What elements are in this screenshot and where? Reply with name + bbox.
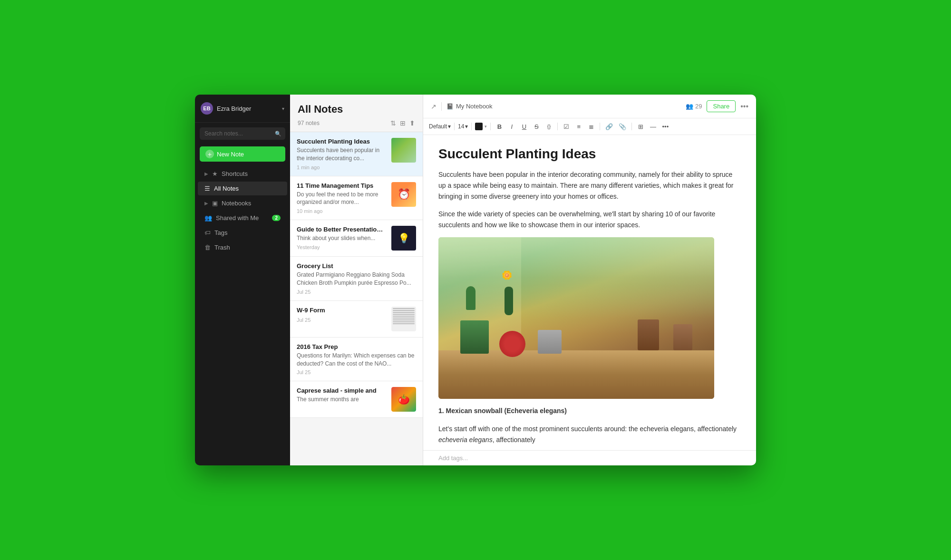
item1-title: 1. Mexican snowball (Echeveria elegans) xyxy=(438,406,741,416)
note-thumbnail: 🍅 xyxy=(391,387,416,412)
fmt-separator xyxy=(557,123,558,130)
note-text-content: W-9 Form Jul 25 xyxy=(297,307,387,323)
search-icon: 🔍 xyxy=(275,131,281,137)
note-text-content: Succulent Planting Ideas Succulents have… xyxy=(297,138,387,170)
note-preview: Do you feel the need to be more organize… xyxy=(297,191,387,207)
arrow-diagonal-icon[interactable]: ↗ xyxy=(431,103,437,110)
attachment-button[interactable]: 📎 xyxy=(617,121,628,132)
note-item-tax[interactable]: 2016 Tax Prep Questions for Marilyn: Whi… xyxy=(290,338,423,382)
note-text-content: 2016 Tax Prep Questions for Marilyn: Whi… xyxy=(297,343,416,376)
note-preview: The summer months are xyxy=(297,396,387,404)
sidebar-item-all-notes[interactable]: ☰ All Notes xyxy=(198,182,287,195)
note-time: 1 min ago xyxy=(297,164,387,170)
unordered-list-button[interactable]: ≡ xyxy=(573,121,584,132)
note-thumbnail: 💡 xyxy=(391,226,416,251)
note-item-succulent[interactable]: Succulent Planting Ideas Succulents have… xyxy=(290,132,423,176)
font-size-label: 14 xyxy=(458,123,464,130)
sidebar-item-shared[interactable]: 👥 Shared with Me 2 xyxy=(198,211,287,225)
note-item-w9[interactable]: W-9 Form Jul 25 xyxy=(290,301,423,338)
app-container: EB Ezra Bridger ▾ 🔍 ＋ New Note ▶ ★ Short… xyxy=(195,95,756,465)
notes-scroll: Succulent Planting Ideas Succulents have… xyxy=(290,132,423,465)
text-color-button[interactable] xyxy=(475,123,483,130)
ordered-list-button[interactable]: ≣ xyxy=(586,121,596,132)
toolbar-left: ↗ 📓 My Notebook xyxy=(431,102,493,111)
note-list-actions: ⇅ ⊞ ⬆ xyxy=(390,119,415,127)
note-title: Guide to Better Presentations for your B… xyxy=(297,226,387,233)
new-note-button[interactable]: ＋ New Note xyxy=(200,146,285,162)
search-input[interactable] xyxy=(200,127,285,140)
collab-icon: 👥 xyxy=(686,103,693,110)
note-list-meta: 97 notes ⇅ ⊞ ⬆ xyxy=(298,119,415,127)
fmt-separator xyxy=(600,123,600,130)
editor-content[interactable]: Succulent Planting Ideas Succulents have… xyxy=(423,135,756,450)
body-paragraph-2: Since the wide variety of species can be… xyxy=(438,209,741,231)
note-text-content: Grocery List Grated Parmigiano Reggiano … xyxy=(297,262,416,295)
note-thumbnail: ⏰ xyxy=(391,182,416,207)
note-text-content: Guide to Better Presentations for your B… xyxy=(297,226,387,250)
note-title: Grocery List xyxy=(297,262,416,270)
sort-icon[interactable]: ⇅ xyxy=(390,119,396,127)
item1-body: Let's start off with one of the most pro… xyxy=(438,424,741,445)
sidebar-header[interactable]: EB Ezra Bridger ▾ xyxy=(195,95,290,123)
arrow-icon: ▶ xyxy=(204,201,208,206)
note-item-time-mgmt[interactable]: 11 Time Management Tips Do you feel the … xyxy=(290,176,423,221)
link-button[interactable]: 🔗 xyxy=(603,121,615,132)
notebook-reference[interactable]: 📓 My Notebook xyxy=(446,103,493,110)
plus-circle-icon: ＋ xyxy=(205,150,214,158)
hr-button[interactable]: — xyxy=(648,121,658,132)
chevron-down-icon: ▾ xyxy=(465,123,468,130)
sidebar-item-label: Tags xyxy=(214,229,227,236)
more-format-button[interactable]: ••• xyxy=(660,121,670,132)
grid-icon[interactable]: ⊞ xyxy=(400,119,406,127)
trash-icon: 🗑 xyxy=(204,244,211,251)
note-preview: Questions for Marilyn: Which expenses ca… xyxy=(297,352,416,368)
sidebar-item-label: Notebooks xyxy=(222,200,251,207)
font-family-select[interactable]: Default ▾ xyxy=(429,123,451,130)
note-list-title: All Notes xyxy=(298,103,415,116)
note-item-presentations[interactable]: Guide to Better Presentations for your B… xyxy=(290,220,423,257)
note-title: W-9 Form xyxy=(297,307,387,314)
color-chevron-icon: ▾ xyxy=(485,124,487,129)
sidebar-item-trash[interactable]: 🗑 Trash xyxy=(198,241,287,254)
tags-icon: 🏷 xyxy=(204,229,211,236)
chevron-down-icon: ▾ xyxy=(448,123,451,130)
sidebar-item-tags[interactable]: 🏷 Tags xyxy=(198,226,287,240)
sidebar-item-notebooks[interactable]: ▶ ▣ Notebooks xyxy=(198,196,287,210)
note-list-header: All Notes 97 notes ⇅ ⊞ ⬆ xyxy=(290,95,423,132)
caprese-thumbnail: 🍅 xyxy=(391,387,416,412)
note-preview: Think about your slides when... xyxy=(297,234,387,242)
arrow-icon: ▶ xyxy=(204,171,208,176)
table-button[interactable]: ⊞ xyxy=(635,121,646,132)
note-time: Jul 25 xyxy=(297,317,387,323)
more-options-button[interactable]: ••• xyxy=(740,102,748,111)
all-notes-icon: ☰ xyxy=(204,185,210,192)
notebooks-icon: ▣ xyxy=(212,200,218,207)
font-size-select[interactable]: 14 ▾ xyxy=(458,123,468,130)
upload-icon[interactable]: ⬆ xyxy=(409,119,415,127)
sidebar-item-shortcuts[interactable]: ▶ ★ Shortcuts xyxy=(198,167,287,181)
note-title: Caprese salad - simple and xyxy=(297,387,387,394)
note-title: Succulent Planting Ideas xyxy=(297,138,387,145)
notebook-name: My Notebook xyxy=(456,103,493,110)
shared-badge: 2 xyxy=(272,215,281,221)
note-item-caprese[interactable]: Caprese salad - simple and The summer mo… xyxy=(290,381,423,418)
fmt-separator xyxy=(471,123,472,130)
body-paragraph-1: Succulents have been popular in the inte… xyxy=(438,169,741,202)
succulent-thumbnail xyxy=(391,138,416,163)
note-thumbnail xyxy=(391,307,416,331)
italic-button[interactable]: I xyxy=(506,121,517,132)
sidebar-item-label: All Notes xyxy=(214,185,239,192)
underline-button[interactable]: U xyxy=(519,121,529,132)
checkbox-button[interactable]: ☑ xyxy=(561,121,572,132)
format-toolbar: Default ▾ 14 ▾ ▾ B I U S {} ☑ ≡ ≣ 🔗 📎 xyxy=(423,118,756,135)
tags-bar[interactable]: Add tags... xyxy=(423,450,756,465)
strikethrough-button[interactable]: S xyxy=(531,121,542,132)
share-button[interactable]: Share xyxy=(707,100,736,112)
w9-thumbnail xyxy=(391,307,416,331)
document-body: Succulents have been popular in the inte… xyxy=(438,169,741,445)
code-button[interactable]: {} xyxy=(543,121,554,132)
note-item-grocery[interactable]: Grocery List Grated Parmigiano Reggiano … xyxy=(290,257,423,301)
succulent-photo: 🌼 xyxy=(438,237,714,399)
bold-button[interactable]: B xyxy=(494,121,505,132)
avatar: EB xyxy=(201,102,213,115)
